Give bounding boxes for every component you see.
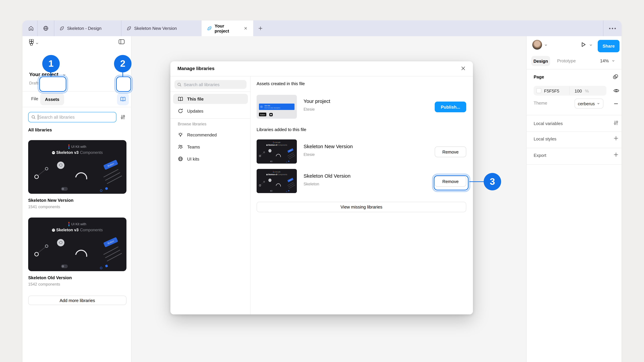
avatar-component	[57, 162, 64, 169]
remove-theme-minus-icon[interactable]	[613, 101, 619, 107]
search-input[interactable]	[39, 115, 113, 120]
remove-library-button-highlighted[interactable]: Remove	[435, 176, 466, 187]
thumb-line2: Skeleton v3Components	[28, 228, 126, 232]
annotation-badge-1: 1	[42, 55, 60, 72]
window-menu-button[interactable]	[603, 20, 622, 36]
tab-assets[interactable]: Assets	[40, 93, 64, 105]
radio-component	[100, 189, 102, 192]
user-avatar[interactable]	[532, 40, 542, 50]
visibility-eye-icon[interactable]	[613, 87, 620, 94]
divider	[526, 131, 622, 132]
new-tab-button[interactable]	[254, 20, 266, 36]
percent-sign: %	[585, 88, 589, 93]
close-modal-icon[interactable]	[460, 65, 466, 71]
tab-your-project[interactable]: Your project	[202, 20, 253, 36]
search-icon	[31, 115, 36, 120]
nav-this-file[interactable]: This file	[173, 94, 248, 104]
tab-label: Skeleton - Design	[67, 26, 102, 31]
modal-search-input[interactable]	[184, 82, 244, 87]
tab-design[interactable]: Design	[531, 56, 550, 66]
tab-skeleton-new-version[interactable]: Skeleton New Version	[121, 20, 202, 36]
refresh-icon	[178, 108, 183, 114]
zoom-level[interactable]: 14%	[600, 58, 609, 63]
project-owner: Etesie	[304, 107, 315, 112]
local-variables-label: Local variables	[534, 121, 563, 126]
library-card-skeleton-new[interactable]: UI Kit with Skeleton v3Components Button	[28, 140, 126, 194]
toggle-sidebar-button[interactable]	[118, 39, 125, 44]
page-color-row[interactable]: F5F5F5 100 %	[534, 86, 606, 95]
nav-label: Recommended	[187, 132, 217, 137]
theme-dropdown[interactable]: cerberus	[574, 98, 604, 109]
project-thumbnail: Alert title Short and clear description …	[256, 95, 297, 119]
modal-search[interactable]	[174, 80, 246, 89]
open-book-icon	[120, 96, 126, 102]
nav-updates[interactable]: Updates	[173, 106, 248, 116]
toggle-component	[61, 265, 68, 268]
avatar-chevron-icon[interactable]	[544, 43, 548, 47]
opacity-value[interactable]: 100	[574, 88, 582, 93]
library-owner: Etesie	[304, 152, 315, 157]
button-component: Button	[103, 237, 118, 247]
styles-modes-icon[interactable]	[612, 74, 618, 80]
tab-label: Skeleton New Version	[134, 26, 177, 31]
divider	[170, 91, 250, 92]
close-tab-icon[interactable]	[244, 26, 248, 30]
nav-label: Teams	[187, 144, 200, 149]
globe-icon	[43, 25, 48, 31]
alert-title: Alert title	[264, 105, 270, 107]
figma-logo-icon	[68, 144, 70, 149]
divider	[22, 107, 131, 107]
libraries-button[interactable]	[117, 93, 129, 105]
library-card-title[interactable]: Skeleton Old Version	[28, 275, 72, 280]
add-export-plus-icon[interactable]	[613, 152, 619, 158]
tab-file[interactable]: File	[31, 96, 38, 101]
library-search[interactable]	[28, 112, 116, 122]
filter-button[interactable]	[120, 114, 126, 120]
thumb-line1: UI Kit with	[28, 222, 126, 226]
assets-section-heading: Assets created in this file	[256, 81, 305, 86]
library-card-count: 1541 components	[28, 204, 60, 209]
nav-teams[interactable]: Teams	[173, 142, 248, 152]
variables-sliders-icon[interactable]	[613, 120, 619, 126]
tab-bar: Skeleton - Design Skeleton New Version Y…	[22, 20, 622, 36]
tab-skeleton-design[interactable]: Skeleton - Design	[54, 20, 121, 36]
accordion-component	[103, 246, 123, 264]
annotation-connector-1	[51, 72, 51, 76]
add-more-libraries-button[interactable]: Add more libraries	[28, 296, 126, 305]
share-button[interactable]: Share	[598, 40, 620, 52]
library-card-skeleton-old[interactable]: UI Kit with Skeleton v3Components Button	[28, 218, 126, 271]
color-hex-value[interactable]: F5F5F5	[544, 88, 559, 93]
file-name[interactable]: Your project	[29, 71, 58, 77]
nav-recommended[interactable]: Recommended	[173, 130, 248, 140]
annotation-badge-2: 2	[114, 55, 132, 72]
add-style-plus-icon[interactable]	[613, 135, 619, 141]
present-chevron-icon[interactable]	[589, 43, 593, 47]
publish-button[interactable]: Publish...	[435, 102, 466, 112]
nav-label: This file	[187, 96, 204, 101]
manage-libraries-modal: Manage libraries This file Updates Brows…	[170, 61, 473, 314]
main-menu-button[interactable]	[29, 39, 34, 45]
project-title: Your project	[304, 98, 330, 104]
tab-prototype[interactable]: Prototype	[557, 58, 576, 63]
library-card-title[interactable]: Skeleton New Version	[28, 198, 74, 203]
divider	[526, 115, 622, 115]
local-styles-label: Local styles	[534, 136, 556, 141]
icon-component	[269, 113, 273, 116]
color-swatch[interactable]	[536, 88, 541, 93]
alert-component: Alert title Short and clear description	[259, 104, 294, 110]
present-play-icon[interactable]	[580, 41, 587, 48]
file-name-chevron-icon[interactable]	[62, 73, 66, 77]
view-missing-libraries-button[interactable]: View missing libraries	[256, 202, 466, 212]
lightbulb-icon	[178, 132, 183, 137]
libraries-section-heading: Libraries added to this file	[256, 127, 306, 132]
nav-ui-kits[interactable]: UI kits	[173, 154, 248, 164]
community-button[interactable]	[37, 20, 54, 36]
remove-library-button[interactable]: Remove	[435, 146, 466, 157]
chevron-down-icon[interactable]	[35, 41, 39, 45]
figma-logo-icon	[68, 222, 70, 226]
zoom-chevron-icon[interactable]	[612, 59, 615, 63]
file-location[interactable]: Drafts	[29, 81, 40, 85]
thumb-line1: UI Kit with	[28, 144, 126, 149]
divider	[170, 118, 250, 119]
home-button[interactable]	[24, 20, 37, 36]
